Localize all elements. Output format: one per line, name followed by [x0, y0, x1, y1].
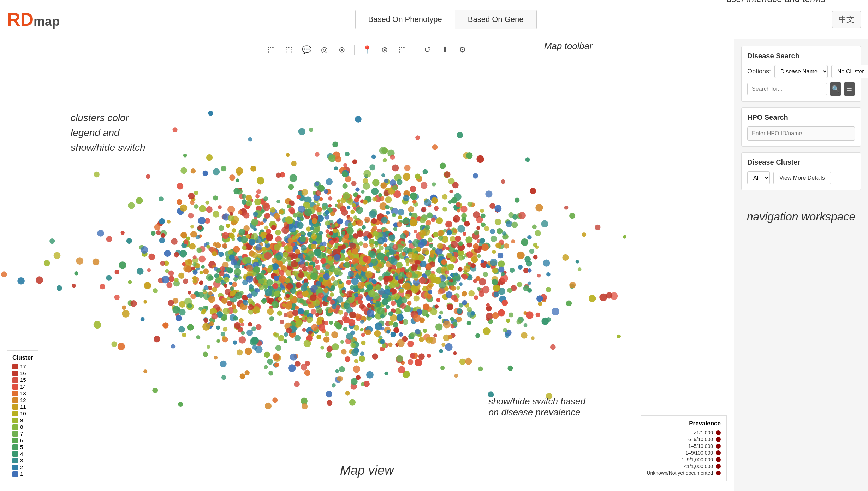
- svg-point-1928: [311, 244, 316, 249]
- map-canvas[interactable]: Map view clusters color legend and show/…: [0, 61, 734, 489]
- svg-point-1067: [97, 230, 104, 236]
- svg-point-602: [454, 374, 458, 378]
- tab-gene[interactable]: Based On Gene: [455, 10, 536, 29]
- svg-point-2073: [426, 314, 430, 318]
- svg-point-2022: [424, 199, 431, 206]
- svg-point-1174: [255, 194, 260, 199]
- svg-point-561: [222, 243, 227, 249]
- svg-point-1901: [354, 293, 358, 297]
- cluster-items: 1716151413121110987654321: [12, 363, 33, 477]
- svg-point-1801: [377, 263, 382, 268]
- svg-point-1037: [208, 291, 213, 296]
- svg-point-1519: [468, 290, 475, 297]
- svg-point-843: [54, 252, 61, 259]
- toolbar-pin-x[interactable]: ⊗: [378, 43, 391, 57]
- svg-point-1434: [298, 272, 304, 278]
- svg-point-571: [114, 295, 120, 300]
- svg-point-1431: [264, 213, 270, 219]
- svg-point-1015: [392, 164, 399, 171]
- svg-point-2119: [305, 256, 310, 261]
- svg-point-2088: [219, 225, 224, 231]
- toolbar-settings[interactable]: ⚙: [456, 43, 469, 57]
- svg-point-1534: [329, 321, 333, 325]
- svg-point-1892: [451, 286, 456, 291]
- toolbar-close-circle[interactable]: ⊗: [335, 43, 349, 57]
- hpo-search-title: HPO Search: [747, 113, 855, 122]
- svg-point-1857: [220, 266, 225, 271]
- lang-button[interactable]: 中文: [832, 11, 861, 28]
- svg-point-1886: [364, 381, 370, 387]
- svg-point-2000: [329, 260, 333, 265]
- svg-point-2050: [359, 303, 365, 309]
- svg-point-1048: [537, 274, 541, 278]
- cluster-legend-item: 7: [12, 431, 33, 437]
- svg-point-1362: [355, 187, 359, 191]
- svg-point-735: [353, 215, 357, 219]
- svg-point-1876: [384, 179, 388, 183]
- svg-point-1968: [266, 279, 273, 286]
- svg-point-1970: [475, 333, 480, 338]
- disease-list-button[interactable]: ☰: [844, 82, 855, 96]
- svg-point-1393: [128, 280, 132, 284]
- svg-point-1650: [505, 333, 510, 338]
- cluster-all-select[interactable]: All: [747, 171, 770, 184]
- svg-point-247: [162, 322, 168, 328]
- svg-point-2145: [403, 282, 410, 290]
- svg-point-1382: [442, 207, 447, 211]
- toolbar-circle[interactable]: ◎: [317, 43, 331, 57]
- svg-point-257: [432, 182, 436, 186]
- toolbar-select-rect2[interactable]: ⬚: [282, 43, 296, 57]
- svg-point-1834: [234, 322, 240, 329]
- svg-point-2126: [323, 288, 329, 293]
- svg-point-1668: [531, 336, 535, 340]
- svg-point-1587: [297, 222, 304, 229]
- svg-point-1861: [269, 316, 274, 321]
- svg-point-2178: [467, 202, 472, 207]
- svg-point-236: [214, 356, 218, 359]
- disease-search-input[interactable]: [747, 83, 827, 95]
- hpo-search-input[interactable]: [747, 126, 855, 141]
- svg-point-987: [345, 257, 350, 262]
- disease-name-select[interactable]: Disease Name: [774, 65, 828, 78]
- svg-point-303: [106, 275, 112, 281]
- svg-point-976: [208, 275, 213, 280]
- svg-point-948: [322, 206, 327, 211]
- toolbar-refresh[interactable]: ↺: [421, 43, 434, 57]
- svg-point-2149: [414, 230, 417, 233]
- svg-point-1925: [506, 220, 512, 227]
- svg-point-1293: [348, 271, 354, 277]
- svg-point-1934: [196, 335, 200, 339]
- svg-point-1946: [255, 288, 260, 293]
- toolbar-select-rect[interactable]: ⬚: [264, 43, 278, 57]
- svg-point-1011: [347, 206, 350, 209]
- prevalence-legend-item: Unknown/Not yet documented: [647, 470, 721, 476]
- svg-point-2156: [310, 294, 316, 301]
- svg-point-1580: [371, 188, 379, 195]
- no-cluster-select[interactable]: No Cluster: [831, 65, 868, 78]
- svg-point-1194: [171, 344, 175, 348]
- tab-phenotype[interactable]: Based On Phenotype: [356, 10, 455, 29]
- svg-point-114: [363, 243, 368, 248]
- svg-point-1619: [528, 268, 532, 273]
- svg-point-2026: [447, 264, 454, 270]
- toolbar-download[interactable]: ⬇: [438, 43, 452, 57]
- svg-point-2081: [393, 293, 400, 300]
- toolbar-comment[interactable]: 💬: [300, 43, 313, 57]
- svg-point-2071: [432, 247, 436, 251]
- svg-point-1896: [443, 321, 451, 329]
- svg-point-1425: [351, 378, 358, 385]
- svg-point-802: [137, 268, 144, 275]
- svg-point-158: [484, 226, 489, 231]
- svg-point-1782: [352, 248, 358, 255]
- svg-point-954: [276, 254, 282, 260]
- svg-point-916: [353, 365, 360, 373]
- svg-point-1561: [345, 391, 350, 396]
- view-more-details-button[interactable]: View More Details: [773, 172, 831, 184]
- map-section: ⬚ ⬚ 💬 ◎ ⊗ 📍 ⊗ ⬚ ↺ ⬇ ⚙ Map toolbar Map vi…: [0, 39, 734, 491]
- disease-search-button[interactable]: 🔍: [830, 82, 841, 96]
- toolbar-expand[interactable]: ⬚: [396, 43, 409, 57]
- toolbar-pin[interactable]: 📍: [360, 43, 374, 57]
- svg-point-340: [360, 351, 364, 356]
- svg-point-1822: [379, 246, 384, 250]
- svg-point-1210: [408, 359, 413, 365]
